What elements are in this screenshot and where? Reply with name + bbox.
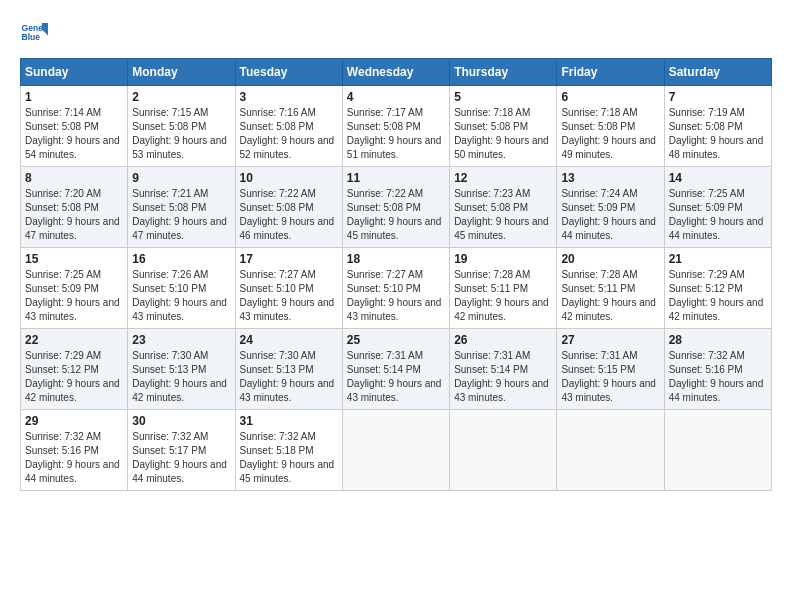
svg-text:Blue: Blue [22,32,41,42]
day-number: 1 [25,90,123,104]
day-info: Sunrise: 7:27 AM Sunset: 5:10 PM Dayligh… [240,268,338,324]
day-info: Sunrise: 7:20 AM Sunset: 5:08 PM Dayligh… [25,187,123,243]
header-cell-tuesday: Tuesday [235,59,342,86]
day-number: 16 [132,252,230,266]
week-row-5: 29 Sunrise: 7:32 AM Sunset: 5:16 PM Dayl… [21,410,772,491]
day-number: 3 [240,90,338,104]
header: General Blue [20,20,772,48]
day-cell: 2 Sunrise: 7:15 AM Sunset: 5:08 PM Dayli… [128,86,235,167]
header-cell-monday: Monday [128,59,235,86]
day-number: 17 [240,252,338,266]
day-cell [342,410,449,491]
day-info: Sunrise: 7:32 AM Sunset: 5:18 PM Dayligh… [240,430,338,486]
day-cell [450,410,557,491]
day-cell: 11 Sunrise: 7:22 AM Sunset: 5:08 PM Dayl… [342,167,449,248]
day-number: 9 [132,171,230,185]
day-number: 22 [25,333,123,347]
day-cell: 21 Sunrise: 7:29 AM Sunset: 5:12 PM Dayl… [664,248,771,329]
day-number: 12 [454,171,552,185]
day-info: Sunrise: 7:26 AM Sunset: 5:10 PM Dayligh… [132,268,230,324]
day-cell: 27 Sunrise: 7:31 AM Sunset: 5:15 PM Dayl… [557,329,664,410]
day-info: Sunrise: 7:22 AM Sunset: 5:08 PM Dayligh… [347,187,445,243]
day-number: 7 [669,90,767,104]
day-info: Sunrise: 7:30 AM Sunset: 5:13 PM Dayligh… [240,349,338,405]
day-cell: 3 Sunrise: 7:16 AM Sunset: 5:08 PM Dayli… [235,86,342,167]
day-number: 15 [25,252,123,266]
day-cell: 19 Sunrise: 7:28 AM Sunset: 5:11 PM Dayl… [450,248,557,329]
day-cell: 20 Sunrise: 7:28 AM Sunset: 5:11 PM Dayl… [557,248,664,329]
day-info: Sunrise: 7:14 AM Sunset: 5:08 PM Dayligh… [25,106,123,162]
day-info: Sunrise: 7:28 AM Sunset: 5:11 PM Dayligh… [561,268,659,324]
day-info: Sunrise: 7:25 AM Sunset: 5:09 PM Dayligh… [25,268,123,324]
day-cell: 25 Sunrise: 7:31 AM Sunset: 5:14 PM Dayl… [342,329,449,410]
day-info: Sunrise: 7:25 AM Sunset: 5:09 PM Dayligh… [669,187,767,243]
day-cell: 13 Sunrise: 7:24 AM Sunset: 5:09 PM Dayl… [557,167,664,248]
day-number: 30 [132,414,230,428]
day-number: 4 [347,90,445,104]
day-cell: 26 Sunrise: 7:31 AM Sunset: 5:14 PM Dayl… [450,329,557,410]
header-cell-thursday: Thursday [450,59,557,86]
day-number: 21 [669,252,767,266]
day-cell: 22 Sunrise: 7:29 AM Sunset: 5:12 PM Dayl… [21,329,128,410]
day-cell: 5 Sunrise: 7:18 AM Sunset: 5:08 PM Dayli… [450,86,557,167]
week-row-3: 15 Sunrise: 7:25 AM Sunset: 5:09 PM Dayl… [21,248,772,329]
day-cell: 14 Sunrise: 7:25 AM Sunset: 5:09 PM Dayl… [664,167,771,248]
day-number: 25 [347,333,445,347]
day-cell: 4 Sunrise: 7:17 AM Sunset: 5:08 PM Dayli… [342,86,449,167]
day-info: Sunrise: 7:31 AM Sunset: 5:14 PM Dayligh… [454,349,552,405]
day-cell: 29 Sunrise: 7:32 AM Sunset: 5:16 PM Dayl… [21,410,128,491]
day-number: 23 [132,333,230,347]
day-info: Sunrise: 7:17 AM Sunset: 5:08 PM Dayligh… [347,106,445,162]
day-info: Sunrise: 7:29 AM Sunset: 5:12 PM Dayligh… [25,349,123,405]
day-info: Sunrise: 7:21 AM Sunset: 5:08 PM Dayligh… [132,187,230,243]
day-cell: 15 Sunrise: 7:25 AM Sunset: 5:09 PM Dayl… [21,248,128,329]
day-number: 10 [240,171,338,185]
day-cell: 18 Sunrise: 7:27 AM Sunset: 5:10 PM Dayl… [342,248,449,329]
day-cell: 30 Sunrise: 7:32 AM Sunset: 5:17 PM Dayl… [128,410,235,491]
day-info: Sunrise: 7:22 AM Sunset: 5:08 PM Dayligh… [240,187,338,243]
day-number: 11 [347,171,445,185]
week-row-1: 1 Sunrise: 7:14 AM Sunset: 5:08 PM Dayli… [21,86,772,167]
day-cell: 1 Sunrise: 7:14 AM Sunset: 5:08 PM Dayli… [21,86,128,167]
day-cell: 17 Sunrise: 7:27 AM Sunset: 5:10 PM Dayl… [235,248,342,329]
day-info: Sunrise: 7:30 AM Sunset: 5:13 PM Dayligh… [132,349,230,405]
day-info: Sunrise: 7:18 AM Sunset: 5:08 PM Dayligh… [454,106,552,162]
day-number: 2 [132,90,230,104]
day-info: Sunrise: 7:15 AM Sunset: 5:08 PM Dayligh… [132,106,230,162]
day-number: 26 [454,333,552,347]
day-number: 6 [561,90,659,104]
day-cell: 24 Sunrise: 7:30 AM Sunset: 5:13 PM Dayl… [235,329,342,410]
day-number: 29 [25,414,123,428]
header-cell-sunday: Sunday [21,59,128,86]
day-number: 19 [454,252,552,266]
day-number: 18 [347,252,445,266]
day-number: 20 [561,252,659,266]
day-cell: 28 Sunrise: 7:32 AM Sunset: 5:16 PM Dayl… [664,329,771,410]
day-info: Sunrise: 7:32 AM Sunset: 5:16 PM Dayligh… [669,349,767,405]
logo-icon: General Blue [20,20,48,48]
day-cell: 23 Sunrise: 7:30 AM Sunset: 5:13 PM Dayl… [128,329,235,410]
calendar-header-row: SundayMondayTuesdayWednesdayThursdayFrid… [21,59,772,86]
day-number: 14 [669,171,767,185]
header-cell-saturday: Saturday [664,59,771,86]
day-info: Sunrise: 7:28 AM Sunset: 5:11 PM Dayligh… [454,268,552,324]
calendar: SundayMondayTuesdayWednesdayThursdayFrid… [20,58,772,491]
day-number: 13 [561,171,659,185]
day-info: Sunrise: 7:16 AM Sunset: 5:08 PM Dayligh… [240,106,338,162]
day-cell [664,410,771,491]
day-cell: 10 Sunrise: 7:22 AM Sunset: 5:08 PM Dayl… [235,167,342,248]
day-cell: 7 Sunrise: 7:19 AM Sunset: 5:08 PM Dayli… [664,86,771,167]
calendar-body: 1 Sunrise: 7:14 AM Sunset: 5:08 PM Dayli… [21,86,772,491]
day-number: 31 [240,414,338,428]
header-cell-wednesday: Wednesday [342,59,449,86]
day-info: Sunrise: 7:18 AM Sunset: 5:08 PM Dayligh… [561,106,659,162]
day-info: Sunrise: 7:19 AM Sunset: 5:08 PM Dayligh… [669,106,767,162]
logo: General Blue [20,20,52,48]
day-number: 28 [669,333,767,347]
day-cell: 9 Sunrise: 7:21 AM Sunset: 5:08 PM Dayli… [128,167,235,248]
day-number: 5 [454,90,552,104]
day-cell: 8 Sunrise: 7:20 AM Sunset: 5:08 PM Dayli… [21,167,128,248]
day-cell: 12 Sunrise: 7:23 AM Sunset: 5:08 PM Dayl… [450,167,557,248]
week-row-4: 22 Sunrise: 7:29 AM Sunset: 5:12 PM Dayl… [21,329,772,410]
day-number: 27 [561,333,659,347]
